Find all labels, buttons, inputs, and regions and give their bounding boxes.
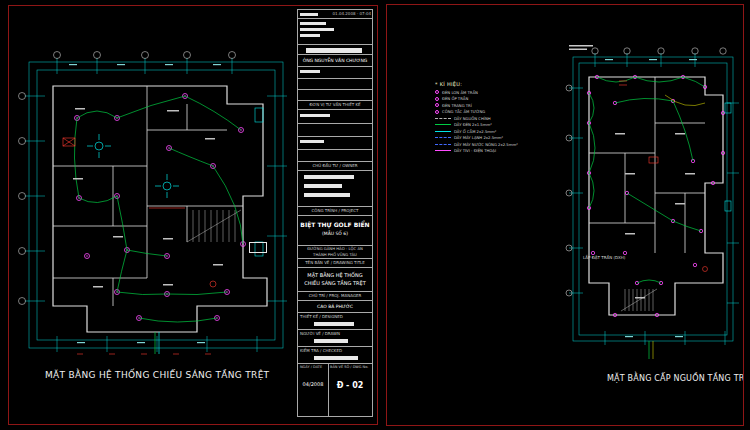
legend-swatch-icon <box>435 137 451 138</box>
legend-item-label: DÂY ĐÈN 2x1.5mm² <box>454 122 492 127</box>
titleblock-drawing-name-row: MẶT BẰNG HỆ THỐNG CHIẾU SÁNG TẦNG TRỆT <box>298 268 372 292</box>
legend-swatch-icon <box>435 97 439 101</box>
date-label: NGÀY / DATE <box>298 364 328 371</box>
redacted-text-bar <box>300 28 334 31</box>
redacted-text-bar <box>300 13 318 16</box>
red-details <box>619 81 708 272</box>
legend-swatch-icon <box>435 150 451 151</box>
legend-item-label: ĐÈN LON ÂM TRẦN <box>442 90 478 95</box>
address-line-2: THÀNH PHỐ VŨNG TÀU <box>298 252 372 258</box>
project-label: CÔNG TRÌNH / PROJECT <box>298 207 372 214</box>
divider <box>298 149 372 150</box>
redacted-text-bar <box>300 70 320 73</box>
room-label-marks <box>73 108 223 288</box>
dimension-text-marks <box>69 64 221 343</box>
titleblock-bar-row <box>298 45 372 55</box>
titleblock-signature-box <box>298 110 372 162</box>
titleblock-consultant-row: ĐƠN VỊ TƯ VẤN THIẾT KẾ <box>298 101 372 110</box>
print-stamp: 01.04.2008 - 07:04 <box>333 11 371 16</box>
fixtures <box>255 108 263 256</box>
top-note-marks <box>569 45 593 50</box>
legend-item-label: DÂY MÁY LẠNH 2x2.5mm² <box>454 135 503 140</box>
drawn-label: NGƯỜI VẼ / DRAWN <box>298 330 372 337</box>
titleblock-drawing-label-row: TÊN BẢN VẼ / DRAWING TITLE <box>298 259 372 268</box>
sheet-lighting-plan: MẶT BẰNG HỆ THỐNG CHIẾU SÁNG TẦNG TRỆT 0… <box>8 5 378 425</box>
legend-item-label: CÔNG TẮC ÂM TƯỜNG <box>442 109 485 114</box>
redacted-text-bar <box>300 34 320 37</box>
stairs <box>187 210 241 242</box>
grid-axis-bubbles <box>19 52 236 305</box>
titleblock: 01.04.2008 - 07:04 ÔNG NGUYỄN VĂN CHƯƠNG… <box>297 9 373 417</box>
legend-swatch-icon <box>435 103 439 107</box>
titleblock-architect-row: ÔNG NGUYỄN VĂN CHƯƠNG <box>298 55 372 67</box>
phone-tv-runs <box>653 95 705 359</box>
designed-label: THIẾT KẾ / DESIGNED <box>298 313 372 320</box>
redacted-text-bar <box>300 140 324 143</box>
detail-callout-box <box>249 242 267 253</box>
drawing-title-label: TÊN BẢN VẼ / DRAWING TITLE <box>298 259 372 266</box>
walls <box>589 77 723 315</box>
titleblock-print-row: 01.04.2008 - 07:04 <box>298 10 372 19</box>
titleblock-checked-row: KIỂM TRA / CHECKED <box>298 347 372 364</box>
legend-swatch-icon <box>435 124 451 125</box>
legend-item-label: DÂY NGUỒN CHÍNH <box>454 116 491 121</box>
legend-items: ĐÈN LON ÂM TRẦN ĐÈN ỐP TRẦN ĐÈN TRANG TR… <box>435 89 553 154</box>
project-name: BIỆT THỰ GOLF BIỂN <box>298 221 372 228</box>
legend-item-label: DÂY Ổ CẮM 2x2.5mm² <box>454 129 496 134</box>
legend-swatch-icon <box>435 144 451 145</box>
titleblock-notes-box <box>298 19 372 45</box>
legend-swatch-icon <box>435 131 451 132</box>
sheet-number-label: BẢN VẼ SỐ / DWG No. <box>328 364 372 371</box>
sheet-power-plan: * KÍ HIỆU: ĐÈN LON ÂM TRẦN ĐÈN ỐP TRẦN <box>386 4 744 426</box>
titleblock-lead-name-row: CAO BÁ PHƯỚC <box>298 301 372 313</box>
titleblock-drawn-row: NGƯỜI VẼ / DRAWN <box>298 330 372 347</box>
left-plan-caption: MẶT BẰNG HỆ THỐNG CHIẾU SÁNG TẦNG TRỆT <box>45 370 269 380</box>
drawing-name-line-1: MẶT BẰNG HỆ THỐNG <box>298 271 372 279</box>
titleblock-owner-bars <box>298 171 372 207</box>
redacted-text-bar <box>300 22 326 25</box>
date-value: 04/2008 <box>298 381 328 387</box>
walls <box>53 86 267 332</box>
redacted-text-bar <box>304 193 350 197</box>
titleblock-lead-label-row: CHỦ TRÌ / PROJ. MANAGER <box>298 292 372 301</box>
legend-item-label: DÂY TIVI - ĐIỆN THOẠI <box>454 148 496 153</box>
stairs <box>621 289 657 311</box>
legend-item-label: ĐÈN TRANG TRÍ <box>442 103 472 108</box>
divider <box>298 136 372 137</box>
lead-label: CHỦ TRÌ / PROJ. MANAGER <box>298 292 372 299</box>
right-plan-caption: MẶT BẰNG CẤP NGUỒN TẦNG TRỆT <box>607 374 744 383</box>
titleblock-designed-row: THIẾT KẾ / DESIGNED <box>298 313 372 330</box>
architect-name: ÔNG NGUYỄN VĂN CHƯƠNG <box>298 55 372 67</box>
redacted-text-bar <box>314 322 354 326</box>
date-cell: NGÀY / DATE 04/2008 <box>298 364 328 387</box>
legend-swatch-icon <box>435 90 439 94</box>
lighting-floor-plan-drawing <box>17 46 295 364</box>
legend-item: DÂY TIVI - ĐIỆN THOẠI <box>435 148 553 155</box>
legend-swatch-icon <box>435 118 451 119</box>
redacted-text-bar <box>314 356 358 360</box>
project-subtitle: (MẪU SỐ 6) <box>298 231 372 236</box>
drawing-name-line-2: CHIẾU SÁNG TẦNG TRỆT <box>298 279 372 287</box>
dimension-lines <box>569 53 739 345</box>
power-floor-plan-drawing <box>565 43 743 367</box>
sheet-number-cell: BẢN VẼ SỐ / DWG No. Đ - 02 <box>328 364 372 390</box>
owner-label: CHỦ ĐẦU TƯ / OWNER <box>298 162 372 169</box>
ceiling-note: LẮP ĐẶT TRẦN (DXH) <box>583 255 625 260</box>
socket-symbols <box>587 75 724 316</box>
divider <box>298 78 372 79</box>
legend-item-label: DÂY MÁY NƯỚC NÓNG 2x2.5mm² <box>454 142 518 147</box>
sheet-number-value: Đ - 02 <box>328 381 372 390</box>
legend-item-label: ĐÈN ỐP TRẦN <box>442 96 468 101</box>
consultant-label: ĐƠN VỊ TƯ VẤN THIẾT KẾ <box>298 101 372 108</box>
dimension-lines <box>25 58 287 352</box>
redacted-text-bar <box>300 114 330 117</box>
redacted-text-bar <box>314 339 348 343</box>
titleblock-empty-box <box>298 67 372 101</box>
checked-label: KIỂM TRA / CHECKED <box>298 347 372 354</box>
lead-name: CAO BÁ PHƯỚC <box>298 301 372 313</box>
cad-canvas: MẶT BẰNG HỆ THỐNG CHIẾU SÁNG TẦNG TRỆT 0… <box>0 0 750 430</box>
dimension-text-marks <box>605 59 697 337</box>
titleblock-project-label-row: CÔNG TRÌNH / PROJECT <box>298 207 372 216</box>
wiring-runs <box>589 77 705 359</box>
fixtures <box>725 103 731 211</box>
